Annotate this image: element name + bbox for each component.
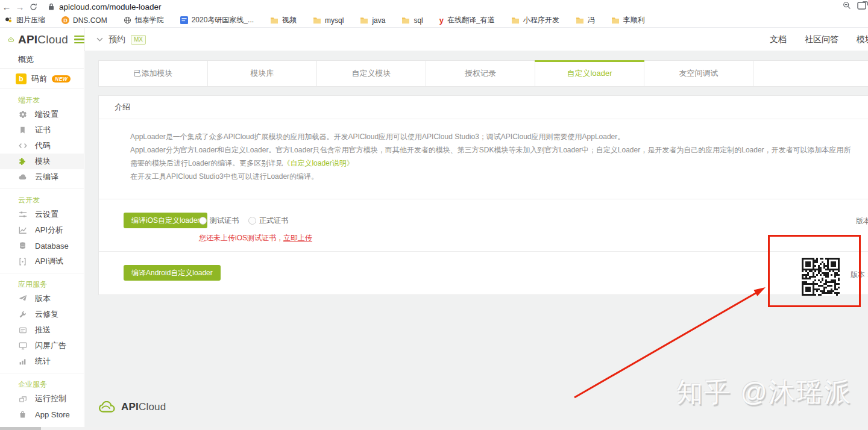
bookmark-item[interactable]: D DNS.COM [61, 16, 107, 25]
refresh-icon [30, 3, 37, 11]
sidebar-item-version[interactable]: 版本 [0, 291, 84, 307]
api-debug-icon [18, 257, 27, 266]
upload-now-link[interactable]: 立即上传 [283, 234, 312, 242]
sidebar-section-cloud-dev: 云开发 云设置 API分析 Database API调试 [0, 189, 84, 273]
prod-cert-radio[interactable]: 正式证书 [248, 216, 288, 226]
image-compress-icon [5, 16, 13, 24]
custom-loader-doc-link[interactable]: 《自定义loader说明》 [283, 159, 353, 167]
sidebar-item-label: API分析 [35, 225, 63, 235]
menu-icon[interactable] [74, 36, 84, 44]
loader-panel: 介绍 AppLoader是一个集成了众多APICloud扩展模块的应用加载器。开… [98, 95, 868, 295]
browser-back-button[interactable]: ← [0, 1, 13, 13]
sidebar-item-modules[interactable]: 模块 [0, 154, 84, 169]
push-icon [18, 326, 27, 335]
nav-module-store[interactable]: 模块Store [857, 34, 868, 45]
browser-refresh-button[interactable] [27, 1, 40, 13]
ios-version-label: 版本： [856, 216, 868, 226]
sidebar-item-statistics[interactable]: 统计 [0, 354, 84, 369]
sidebar-item-api-analysis[interactable]: API分析 [0, 222, 84, 238]
sidebar: 概览 b 码前 NEW 端开发 端设置 证书 代码 模块 [0, 51, 84, 430]
sidebar-item-api-debug[interactable]: API调试 [0, 254, 84, 269]
android-version-label: 版本： [851, 270, 868, 280]
browser-forward-button[interactable]: → [13, 1, 27, 13]
sidebar-section-client-dev: 端开发 端设置 证书 代码 模块 云编译 [0, 89, 84, 189]
cloud-icon [18, 173, 27, 182]
bookmark-label: sql [414, 16, 423, 25]
sidebar-item-push[interactable]: 推送 [0, 322, 84, 338]
sidebar-item-cloud-fix[interactable]: 云修复 [0, 307, 84, 322]
sidebar-item-label: 闪屏广告 [35, 340, 66, 351]
tab-friendspace-debug[interactable]: 友空间调试 [644, 61, 753, 86]
chevron-down-icon [96, 37, 103, 42]
bookmark-item[interactable]: 图片压缩 [5, 15, 45, 25]
bookmark-item[interactable]: 2020考研国家线_... [180, 15, 254, 25]
bookmark-item[interactable]: y 在线翻译_有道 [439, 15, 495, 25]
header-nav: 文档 社区问答 模块Store [770, 28, 868, 51]
intro-heading: 介绍 [99, 96, 868, 119]
sidebar-item-label: Database [35, 241, 69, 251]
bookmark-item[interactable]: 李顺利 [611, 15, 645, 25]
sidebar-item-label: 端设置 [35, 109, 58, 120]
bookmark-item[interactable]: 恒泰学院 [124, 15, 164, 25]
tab-added-modules[interactable]: 已添加模块 [99, 61, 208, 86]
intro-text: AppLoader是一个集成了众多APICloud扩展模块的应用加载器。开发AP… [99, 119, 868, 199]
scrollbar-thumb[interactable] [0, 427, 41, 430]
sidebar-item-run-control[interactable]: 运行控制 [0, 391, 84, 407]
bookmark-item[interactable]: 视频 [270, 15, 297, 25]
tab-custom-modules[interactable]: 自定义模块 [317, 61, 426, 86]
intro-paragraph-2-text: AppLoader分为官方Loader和自定义Loader。官方Loader只包… [130, 146, 851, 167]
intro-paragraph-3: 在开发工具APICloud Studio3中也可以进行Loader的编译。 [130, 170, 857, 183]
globe-icon [124, 16, 131, 24]
compile-android-loader-button[interactable]: 编译Android自定义loader [124, 265, 221, 281]
bookmarks-bar: 图片压缩 D DNS.COM 恒泰学院 2020考研国家线_... 视频 mys… [0, 13, 868, 28]
ios-cert-warning: 您还未上传iOS测试证书，立即上传 [199, 233, 312, 243]
radio-circle-icon[interactable] [248, 217, 256, 225]
apicloud-logo[interactable]: APICloud [0, 28, 85, 51]
bookmark-item[interactable]: 小程序开发 [511, 15, 559, 25]
sidebar-item-label: 证书 [35, 125, 51, 136]
horizontal-scrollbar[interactable] [0, 427, 868, 430]
bookmark-label: 在线翻译_有道 [447, 15, 495, 25]
sidebar-item-cloud-compile[interactable]: 云编译 [0, 169, 84, 185]
bookmark-label: DNS.COM [73, 16, 107, 25]
project-selector[interactable]: 预约 MX [96, 28, 146, 51]
intro-paragraph-1: AppLoader是一个集成了众多APICloud扩展模块的应用加载器。开发AP… [130, 130, 857, 143]
extension-icon[interactable] [857, 1, 868, 12]
nav-community[interactable]: 社区问答 [805, 34, 838, 45]
bar-chart-icon [18, 357, 27, 366]
sidebar-item-code[interactable]: 代码 [0, 138, 84, 154]
address-bar[interactable]: apicloud.com/module-loader [48, 2, 162, 11]
sidebar-item-splash-ad[interactable]: 闪屏广告 [0, 338, 84, 354]
bookmark-label: mysql [325, 16, 344, 25]
intro-paragraph-2: AppLoader分为官方Loader和自定义Loader。官方Loader只包… [130, 143, 857, 170]
sidebar-item-overview[interactable]: 概览 [0, 51, 84, 69]
tab-custom-loader[interactable]: 自定义loader [535, 61, 644, 86]
sidebar-item-cloud-settings[interactable]: 云设置 [0, 207, 84, 222]
sidebar-item-maqian[interactable]: b 码前 NEW [0, 69, 84, 89]
module-tabs: 已添加模块 模块库 自定义模块 授权记录 自定义loader 友空间调试 [98, 60, 868, 87]
lock-icon [48, 3, 54, 10]
radio-label: 正式证书 [259, 216, 288, 226]
bookmark-label: 视频 [282, 15, 297, 25]
bookmark-item[interactable]: sql [401, 16, 423, 25]
sidebar-item-label: 代码 [35, 140, 51, 151]
bookmark-item[interactable]: java [360, 16, 385, 25]
radio-circle-icon[interactable] [199, 217, 207, 225]
bookmark-item[interactable]: 冯 [576, 15, 595, 25]
sidebar-item-database[interactable]: Database [0, 238, 84, 254]
folder-icon [401, 17, 410, 24]
sidebar-item-app-store[interactable]: App Store [0, 407, 84, 422]
bookmark-item[interactable]: mysql [313, 16, 344, 25]
nav-docs[interactable]: 文档 [770, 34, 787, 45]
url-text: apicloud.com/module-loader [59, 2, 162, 11]
sidebar-item-certificate[interactable]: 证书 [0, 122, 84, 138]
sidebar-item-label: 模块 [35, 156, 51, 167]
test-cert-radio[interactable]: 测试证书 [199, 216, 239, 226]
tab-auth-records[interactable]: 授权记录 [426, 61, 535, 86]
sidebar-item-label: 云编译 [35, 172, 58, 182]
bag-icon [18, 410, 27, 419]
compile-ios-loader-button[interactable]: 编译iOS自定义loader [124, 213, 207, 228]
sidebar-item-client-settings[interactable]: 端设置 [0, 107, 84, 122]
tab-module-library[interactable]: 模块库 [208, 61, 317, 86]
zoom-icon[interactable] [843, 1, 851, 12]
